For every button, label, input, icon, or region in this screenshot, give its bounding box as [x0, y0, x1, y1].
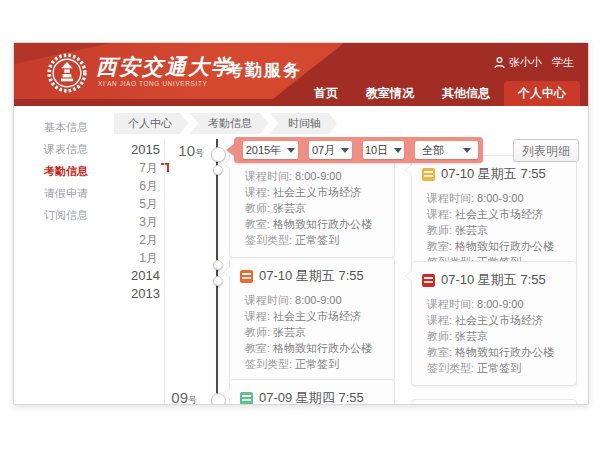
chevron-down-icon [394, 148, 402, 153]
university-name-cn: 西安交通大学 [96, 53, 234, 81]
user-icon [494, 57, 505, 69]
sidebar: 基本信息 课表信息 考勤信息 请假申请 订阅信息 [14, 106, 118, 404]
timeline-node [213, 165, 223, 175]
app-header: 西安交通大学 XI'AN JIAO TONG UNIVERSITY 考勤服务 张… [14, 43, 588, 106]
status-course-icon [240, 270, 253, 283]
breadcrumb-timeline[interactable]: 时间轴 [270, 113, 337, 134]
university-name-en: XI'AN JIAO TONG UNIVERSITY [98, 80, 207, 87]
breadcrumb-attendance[interactable]: 考勤信息 [190, 113, 268, 134]
timeline-axis [216, 139, 218, 404]
sidebar-item-timetable[interactable]: 课表信息 [14, 143, 118, 156]
user-role: 学生 [552, 55, 574, 70]
breadcrumb-personal-center[interactable]: 个人中心 [114, 113, 188, 134]
year-nav-2013[interactable]: 2013 [114, 285, 160, 303]
timeline-node [213, 276, 223, 286]
type-select[interactable]: 全部 [415, 141, 478, 159]
current-month-marker [161, 163, 169, 172]
chevron-down-icon [463, 148, 471, 153]
month-nav-mar[interactable]: 3月 [114, 213, 160, 231]
user-name: 张小小 [509, 55, 542, 70]
attendance-card: 07-10 星期五 7:55 课程时间:8:00-9:00 课程:社会主义市场经… [229, 257, 395, 382]
timeline-year-month-nav: 2015 7月 6月 5月 3月 2月 1月 2014 2013 [114, 141, 160, 303]
user-menu[interactable]: 张小小 学生 [494, 55, 574, 70]
year-nav-2014[interactable]: 2014 [114, 267, 160, 285]
day-marker-09: 09号 [159, 389, 197, 405]
status-normal-icon [240, 392, 253, 405]
sidebar-item-attendance[interactable]: 考勤信息 [14, 165, 118, 178]
month-nav-divider [164, 139, 165, 404]
nav-item-personal-center[interactable]: 个人中心 [504, 81, 580, 106]
breadcrumb: 个人中心 考勤信息 时间轴 [114, 113, 337, 134]
sidebar-item-subscription[interactable]: 订阅信息 [14, 209, 118, 222]
attendance-card: 07-10 星期五 7:55 课程时间:8:00-9:00 课程:社会主义市场经… [411, 261, 577, 386]
month-nav-jan[interactable]: 1月 [114, 249, 160, 267]
attendance-card: 07-09 星期四 7:55 [229, 379, 395, 405]
app-window: 西安交通大学 XI'AN JIAO TONG UNIVERSITY 考勤服务 张… [13, 42, 589, 405]
attendance-card: 课程时间:8:00-9:00 课程:社会主义市场经济 教师:张芸京 教室:格物致… [229, 149, 395, 258]
nav-item-classrooms[interactable]: 教室情况 [352, 81, 428, 106]
list-detail-button[interactable]: 列表明细 [513, 139, 579, 162]
date-filter-bar: 2015年 07月 10日 全部 [234, 137, 483, 163]
month-nav-feb[interactable]: 2月 [114, 231, 160, 249]
year-select[interactable]: 2015年 [243, 141, 298, 159]
main-nav: 首页 教室情况 其他信息 个人中心 [300, 81, 580, 106]
university-logo-icon [46, 52, 88, 94]
status-absent-icon [422, 274, 435, 287]
attendance-card-clipped [411, 399, 577, 405]
year-nav-2015[interactable]: 2015 [114, 141, 160, 159]
chevron-down-icon [287, 148, 295, 153]
app-title: 考勤服务 [226, 59, 302, 82]
day-marker-10: 10号 [166, 142, 204, 160]
nav-item-home[interactable]: 首页 [300, 81, 352, 106]
month-nav-jul[interactable]: 7月 [114, 159, 160, 177]
day-select[interactable]: 10日 [363, 141, 404, 159]
sidebar-item-leave-request[interactable]: 请假申请 [14, 187, 118, 200]
timeline-node [213, 260, 223, 270]
status-late-icon [422, 168, 435, 181]
nav-item-other-info[interactable]: 其他信息 [428, 81, 504, 106]
month-nav-may[interactable]: 5月 [114, 195, 160, 213]
month-select[interactable]: 07月 [309, 141, 352, 159]
chevron-down-icon [341, 148, 349, 153]
sidebar-item-basic-info[interactable]: 基本信息 [14, 121, 118, 134]
month-nav-jun[interactable]: 6月 [114, 177, 160, 195]
